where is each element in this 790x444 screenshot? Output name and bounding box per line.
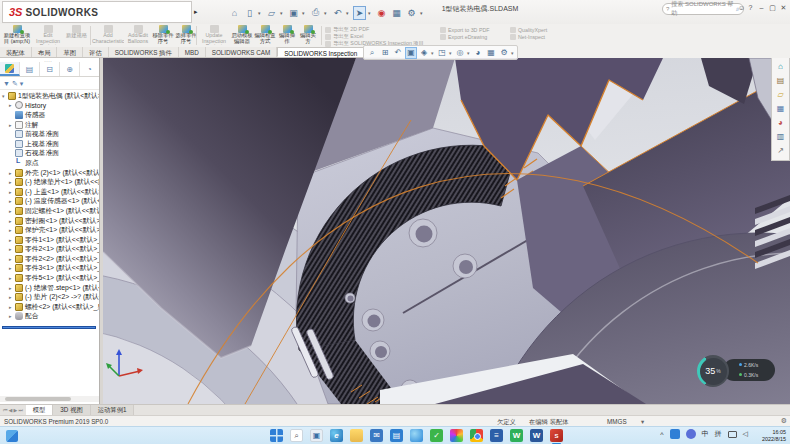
- propertymanager-tab[interactable]: ▤: [20, 62, 40, 76]
- tab-solidworks-inspection[interactable]: SOLIDWORKS Inspection: [277, 47, 364, 57]
- apply-scene-icon[interactable]: ▦: [485, 47, 497, 59]
- add-characteristic-button[interactable]: Add Characteristic: [92, 24, 124, 47]
- dropdown-caret[interactable]: ▾: [258, 10, 263, 16]
- tab-layout[interactable]: 布局: [32, 47, 58, 57]
- tree-item-part[interactable]: ▸保护壳<1> (默认<<默认>_显示状态: [0, 225, 100, 235]
- tree-item-part[interactable]: ▸螺栓<2> (默认<<默认>_显示状态: [0, 302, 100, 312]
- new-spec-button[interactable]: 新建规格: [64, 24, 89, 47]
- appearances-icon[interactable]: ◕: [774, 116, 787, 128]
- rollback-bar[interactable]: [2, 326, 96, 329]
- help-button[interactable]: ?: [745, 2, 756, 13]
- wps-icon[interactable]: W: [510, 429, 523, 442]
- file-explorer-icon[interactable]: ▱: [774, 88, 787, 100]
- ime-mode[interactable]: 拼: [715, 429, 722, 439]
- onedrive-icon[interactable]: [670, 429, 680, 439]
- notes-icon[interactable]: ≡: [490, 429, 503, 442]
- menu-expand-icon[interactable]: ▸: [194, 8, 198, 16]
- ime-language[interactable]: 中: [702, 429, 709, 439]
- file-explorer-taskbar-icon[interactable]: [350, 429, 363, 442]
- dropdown-caret[interactable]: ▾: [511, 50, 515, 56]
- browser-icon[interactable]: [410, 429, 423, 442]
- word-icon[interactable]: W: [530, 429, 543, 442]
- update-inspection-project-button[interactable]: Update Inspection Project: [198, 24, 230, 47]
- widgets-icon[interactable]: [6, 430, 18, 442]
- select-balloon-button[interactable]: 选择零件序号: [175, 24, 197, 47]
- tree-item-annotations[interactable]: ▸注解: [0, 120, 100, 130]
- dropdown-caret[interactable]: ▾: [280, 10, 285, 16]
- tree-item-part[interactable]: ▸零件2<2> (默认<<默认>_显示状态: [0, 254, 100, 264]
- home-icon[interactable]: ⌂: [228, 6, 241, 20]
- save-icon[interactable]: ▣: [287, 6, 300, 20]
- tree-item-part[interactable]: ▸零件2<1> (默认<<默认>_显示状态: [0, 245, 100, 255]
- tree-item-mates[interactable]: ▸配合: [0, 312, 100, 322]
- new-inspection-project-button[interactable]: 新建检查项目 (amp;N): [2, 24, 32, 47]
- hide-show-items-icon[interactable]: ◎: [454, 47, 466, 59]
- edit-inspection-methods-button[interactable]: 编辑检查方式: [254, 24, 276, 47]
- solidworks-taskbar-icon[interactable]: S: [550, 429, 563, 442]
- displaymanager-tab[interactable]: ◔: [80, 62, 100, 76]
- security-shield-icon[interactable]: [686, 429, 696, 439]
- tab-solidworks-cam[interactable]: SOLIDWORKS CAM: [206, 47, 277, 57]
- solidworks-resources-icon[interactable]: ⌂: [774, 60, 787, 72]
- minimize-button[interactable]: –: [756, 2, 767, 13]
- chrome-icon[interactable]: [470, 429, 483, 442]
- units-caret-icon[interactable]: ▾: [641, 418, 644, 425]
- task-view-icon[interactable]: ▣: [310, 429, 323, 442]
- mail-icon[interactable]: ✉: [370, 429, 383, 442]
- graphics-area[interactable]: [103, 58, 790, 404]
- tree-item-part[interactable]: ▸零件5<1> (默认<<默认>_显示状态: [0, 273, 100, 283]
- export-edrawing-button[interactable]: Export eDrawing: [440, 32, 487, 41]
- tab-addins[interactable]: SOLIDWORKS 插件: [109, 47, 179, 57]
- tree-item-part[interactable]: ▸密封圈<1> (默认<<默认>_显示状: [0, 216, 100, 226]
- taskbar-search-icon[interactable]: ⌕: [290, 429, 303, 442]
- tab-motion-study[interactable]: 运动算例1: [91, 405, 135, 415]
- tab-sketch[interactable]: 草图: [57, 47, 83, 57]
- memory-usage-ball[interactable]: 35%: [697, 355, 729, 387]
- tree-item-part[interactable]: ▸(-) 上盖<1> (默认<<默认>_显示状: [0, 187, 100, 197]
- dropdown-caret[interactable]: ▾: [346, 10, 351, 16]
- tab-mbd[interactable]: MBD: [179, 47, 206, 57]
- tab-prev-icon[interactable]: ◀: [9, 407, 13, 413]
- tab-last-icon[interactable]: ⏭: [18, 407, 23, 414]
- tree-item-sensors[interactable]: 传感器: [0, 110, 100, 120]
- add-edit-balloons-button[interactable]: Add/Edit Balloons: [125, 24, 151, 47]
- close-button[interactable]: ✕: [778, 2, 789, 13]
- status-gear-icon[interactable]: ⚙: [781, 417, 787, 425]
- view-settings-icon[interactable]: ⚙: [498, 47, 510, 59]
- forum-icon[interactable]: ↗: [774, 144, 787, 156]
- zoom-fit-icon[interactable]: ⌕: [366, 47, 378, 59]
- featuremanager-tab[interactable]: [0, 62, 20, 76]
- tab-evaluate[interactable]: 评估: [83, 47, 109, 57]
- tab-next-icon[interactable]: ▶: [13, 407, 17, 413]
- tree-item-part[interactable]: ▸(-) 垫片 (2)<2> ->? (默认<<默认: [0, 292, 100, 302]
- dropdown-caret[interactable]: ▾: [431, 50, 435, 56]
- tab-model[interactable]: 模型: [26, 405, 54, 415]
- tree-item-root[interactable]: ▾1型铠装热电偶 (默认<默认>_显示状态-1: [0, 91, 100, 101]
- configurationmanager-tab[interactable]: ⊟: [40, 62, 60, 76]
- display-style-icon[interactable]: ◳: [436, 47, 448, 59]
- edit-customers-button[interactable]: 编辑买方: [298, 24, 318, 47]
- tree-item-history[interactable]: ▸History: [0, 101, 100, 111]
- tree-item-part[interactable]: ▸(-) 温度传感器<1> (默认<<默认>_: [0, 197, 100, 207]
- help-search-box[interactable]: ? 搜索 SOLIDWORKS 帮助 ⌕: [662, 3, 744, 15]
- print-icon[interactable]: ⎙: [309, 6, 322, 20]
- photos-icon[interactable]: [450, 429, 463, 442]
- tab-3d-views[interactable]: 3D 视图: [53, 405, 90, 415]
- edit-operations-button[interactable]: 编辑操作: [277, 24, 297, 47]
- remove-balloon-button[interactable]: 移除零件序号: [152, 24, 174, 47]
- tab-assembly[interactable]: 装配体: [0, 47, 32, 57]
- view-palette-icon[interactable]: ▦: [774, 102, 787, 114]
- edit-inspection-project-button[interactable]: Edit Inspection Project: [33, 24, 63, 47]
- speaker-icon[interactable]: ◁: [743, 430, 748, 438]
- taskbar-clock[interactable]: 16:05 2022/8/15: [762, 429, 786, 442]
- tree-item-part[interactable]: ▸外壳 (2)<1> (默认<<默认>_显示状: [0, 168, 100, 178]
- units-selector[interactable]: MMGS: [607, 418, 627, 425]
- tree-item-part[interactable]: ▸固定螺栓<1> (默认<<默认>_显示: [0, 206, 100, 216]
- tree-item-part[interactable]: ▸零件3<1> (默认<<默认>_显示状态: [0, 264, 100, 274]
- previous-view-icon[interactable]: ↶: [392, 47, 404, 59]
- dimxpertmanager-tab[interactable]: ⊕: [60, 62, 80, 76]
- tab-first-icon[interactable]: ⏮: [3, 407, 8, 414]
- store-icon[interactable]: ▤: [390, 429, 403, 442]
- dropdown-caret[interactable]: ▾: [449, 50, 453, 56]
- edit-appearance-icon[interactable]: ◕: [472, 47, 484, 59]
